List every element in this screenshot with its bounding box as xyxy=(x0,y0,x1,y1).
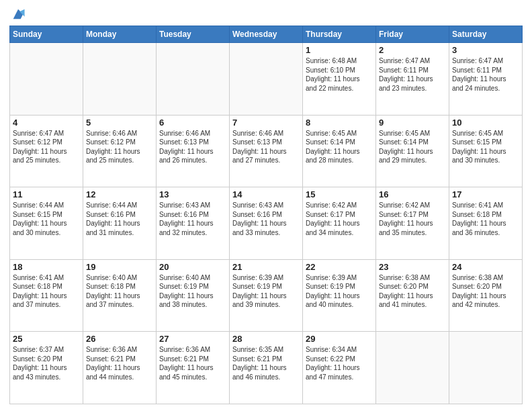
day-info: Sunrise: 6:35 AMSunset: 6:21 PMDaylight:… xyxy=(232,345,300,381)
day-info: Sunrise: 6:43 AMSunset: 6:16 PMDaylight:… xyxy=(232,201,300,237)
calendar-week-row: 11Sunrise: 6:44 AMSunset: 6:15 PMDayligh… xyxy=(10,187,523,260)
day-info: Sunrise: 6:42 AMSunset: 6:17 PMDaylight:… xyxy=(379,201,446,237)
day-info: Sunrise: 6:48 AMSunset: 6:10 PMDaylight:… xyxy=(306,56,373,93)
day-number: 26 xyxy=(86,334,153,344)
calendar-cell: 7Sunrise: 6:46 AMSunset: 6:13 PMDaylight… xyxy=(230,115,303,187)
calendar-cell: 15Sunrise: 6:42 AMSunset: 6:17 PMDayligh… xyxy=(303,187,376,260)
calendar-cell: 4Sunrise: 6:47 AMSunset: 6:12 PMDaylight… xyxy=(10,115,83,187)
calendar-cell: 11Sunrise: 6:44 AMSunset: 6:15 PMDayligh… xyxy=(10,187,83,260)
calendar-cell: 12Sunrise: 6:44 AMSunset: 6:16 PMDayligh… xyxy=(83,187,157,260)
day-info: Sunrise: 6:39 AMSunset: 6:19 PMDaylight:… xyxy=(232,273,300,310)
day-number: 19 xyxy=(86,262,153,272)
day-header-wednesday: Wednesday xyxy=(230,26,303,43)
day-number: 2 xyxy=(379,45,446,55)
calendar-cell: 1Sunrise: 6:48 AMSunset: 6:10 PMDaylight… xyxy=(303,43,376,116)
day-info: Sunrise: 6:47 AMSunset: 6:11 PMDaylight:… xyxy=(379,56,446,93)
calendar-cell: 27Sunrise: 6:36 AMSunset: 6:21 PMDayligh… xyxy=(157,332,230,404)
day-header-sunday: Sunday xyxy=(10,26,83,43)
day-info: Sunrise: 6:45 AMSunset: 6:14 PMDaylight:… xyxy=(306,129,373,165)
calendar-cell: 24Sunrise: 6:38 AMSunset: 6:20 PMDayligh… xyxy=(449,259,523,332)
calendar-cell: 29Sunrise: 6:34 AMSunset: 6:22 PMDayligh… xyxy=(303,332,376,404)
day-info: Sunrise: 6:46 AMSunset: 6:12 PMDaylight:… xyxy=(86,129,153,165)
calendar-week-row: 4Sunrise: 6:47 AMSunset: 6:12 PMDaylight… xyxy=(10,115,523,187)
day-info: Sunrise: 6:42 AMSunset: 6:17 PMDaylight:… xyxy=(306,201,373,237)
calendar-cell: 20Sunrise: 6:40 AMSunset: 6:19 PMDayligh… xyxy=(157,259,230,332)
day-number: 25 xyxy=(13,334,80,344)
day-number: 10 xyxy=(452,118,519,128)
calendar-cell xyxy=(230,43,303,116)
calendar-cell: 22Sunrise: 6:39 AMSunset: 6:19 PMDayligh… xyxy=(303,259,376,332)
header xyxy=(9,7,523,21)
day-number: 18 xyxy=(13,262,80,272)
calendar-cell: 5Sunrise: 6:46 AMSunset: 6:12 PMDaylight… xyxy=(83,115,157,187)
day-number: 11 xyxy=(13,189,80,199)
day-info: Sunrise: 6:36 AMSunset: 6:21 PMDaylight:… xyxy=(159,345,226,381)
day-number: 22 xyxy=(306,262,373,272)
day-number: 4 xyxy=(13,118,80,128)
day-number: 5 xyxy=(86,118,153,128)
day-header-monday: Monday xyxy=(83,26,157,43)
day-info: Sunrise: 6:45 AMSunset: 6:15 PMDaylight:… xyxy=(452,129,519,165)
day-number: 1 xyxy=(306,45,373,55)
calendar-cell: 26Sunrise: 6:36 AMSunset: 6:21 PMDayligh… xyxy=(83,332,157,404)
logo-icon xyxy=(11,7,26,21)
day-header-friday: Friday xyxy=(376,26,449,43)
calendar-cell: 8Sunrise: 6:45 AMSunset: 6:14 PMDaylight… xyxy=(303,115,376,187)
calendar-cell: 3Sunrise: 6:47 AMSunset: 6:11 PMDaylight… xyxy=(449,43,523,116)
day-header-saturday: Saturday xyxy=(449,26,523,43)
day-info: Sunrise: 6:43 AMSunset: 6:16 PMDaylight:… xyxy=(159,201,226,237)
day-info: Sunrise: 6:46 AMSunset: 6:13 PMDaylight:… xyxy=(159,129,226,165)
day-info: Sunrise: 6:46 AMSunset: 6:13 PMDaylight:… xyxy=(232,129,300,165)
calendar-cell: 18Sunrise: 6:41 AMSunset: 6:18 PMDayligh… xyxy=(10,259,83,332)
day-info: Sunrise: 6:38 AMSunset: 6:20 PMDaylight:… xyxy=(379,273,446,310)
day-number: 3 xyxy=(452,45,519,55)
day-info: Sunrise: 6:37 AMSunset: 6:20 PMDaylight:… xyxy=(13,345,80,381)
day-info: Sunrise: 6:44 AMSunset: 6:15 PMDaylight:… xyxy=(13,201,80,237)
day-info: Sunrise: 6:34 AMSunset: 6:22 PMDaylight:… xyxy=(306,345,373,381)
calendar-cell: 14Sunrise: 6:43 AMSunset: 6:16 PMDayligh… xyxy=(230,187,303,260)
day-number: 27 xyxy=(159,334,226,344)
day-number: 28 xyxy=(232,334,300,344)
day-info: Sunrise: 6:45 AMSunset: 6:14 PMDaylight:… xyxy=(379,129,446,165)
page: SundayMondayTuesdayWednesdayThursdayFrid… xyxy=(0,0,532,411)
day-number: 12 xyxy=(86,189,153,199)
calendar-week-row: 18Sunrise: 6:41 AMSunset: 6:18 PMDayligh… xyxy=(10,259,523,332)
calendar-cell: 9Sunrise: 6:45 AMSunset: 6:14 PMDaylight… xyxy=(376,115,449,187)
calendar-cell: 2Sunrise: 6:47 AMSunset: 6:11 PMDaylight… xyxy=(376,43,449,116)
day-info: Sunrise: 6:47 AMSunset: 6:12 PMDaylight:… xyxy=(13,129,80,165)
logo xyxy=(9,7,26,21)
calendar-cell xyxy=(376,332,449,404)
day-info: Sunrise: 6:39 AMSunset: 6:19 PMDaylight:… xyxy=(306,273,373,310)
day-info: Sunrise: 6:41 AMSunset: 6:18 PMDaylight:… xyxy=(452,201,519,237)
calendar-cell xyxy=(83,43,157,116)
day-number: 14 xyxy=(232,189,300,199)
calendar-cell: 28Sunrise: 6:35 AMSunset: 6:21 PMDayligh… xyxy=(230,332,303,404)
day-header-tuesday: Tuesday xyxy=(157,26,230,43)
calendar-cell: 25Sunrise: 6:37 AMSunset: 6:20 PMDayligh… xyxy=(10,332,83,404)
calendar-cell: 17Sunrise: 6:41 AMSunset: 6:18 PMDayligh… xyxy=(449,187,523,260)
day-number: 16 xyxy=(379,189,446,199)
day-number: 13 xyxy=(159,189,226,199)
day-info: Sunrise: 6:40 AMSunset: 6:18 PMDaylight:… xyxy=(86,273,153,310)
day-number: 17 xyxy=(452,189,519,199)
day-info: Sunrise: 6:47 AMSunset: 6:11 PMDaylight:… xyxy=(452,56,519,93)
day-number: 29 xyxy=(306,334,373,344)
day-number: 23 xyxy=(379,262,446,272)
calendar-cell: 16Sunrise: 6:42 AMSunset: 6:17 PMDayligh… xyxy=(376,187,449,260)
calendar-cell: 21Sunrise: 6:39 AMSunset: 6:19 PMDayligh… xyxy=(230,259,303,332)
calendar-cell: 6Sunrise: 6:46 AMSunset: 6:13 PMDaylight… xyxy=(157,115,230,187)
calendar-cell xyxy=(449,332,523,404)
day-info: Sunrise: 6:41 AMSunset: 6:18 PMDaylight:… xyxy=(13,273,80,310)
day-number: 20 xyxy=(159,262,226,272)
calendar-week-row: 25Sunrise: 6:37 AMSunset: 6:20 PMDayligh… xyxy=(10,332,523,404)
calendar-cell xyxy=(10,43,83,116)
calendar-cell: 23Sunrise: 6:38 AMSunset: 6:20 PMDayligh… xyxy=(376,259,449,332)
day-header-thursday: Thursday xyxy=(303,26,376,43)
calendar-cell: 10Sunrise: 6:45 AMSunset: 6:15 PMDayligh… xyxy=(449,115,523,187)
day-number: 8 xyxy=(306,118,373,128)
calendar-header-row: SundayMondayTuesdayWednesdayThursdayFrid… xyxy=(10,26,523,43)
day-number: 15 xyxy=(306,189,373,199)
calendar-cell: 19Sunrise: 6:40 AMSunset: 6:18 PMDayligh… xyxy=(83,259,157,332)
calendar-cell xyxy=(157,43,230,116)
day-info: Sunrise: 6:40 AMSunset: 6:19 PMDaylight:… xyxy=(159,273,226,310)
